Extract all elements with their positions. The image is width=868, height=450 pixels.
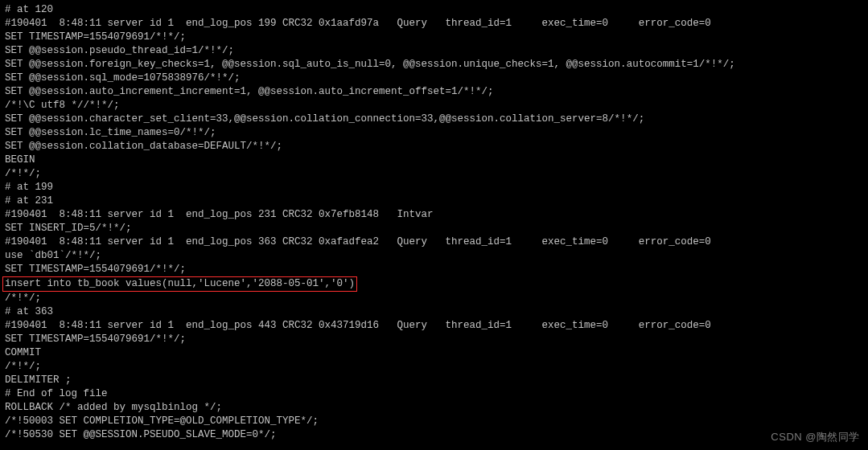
log-line: SET @@session.pseudo_thread_id=1/*!*/; <box>5 44 863 58</box>
terminal-output: # at 120#190401 8:48:11 server id 1 end_… <box>0 0 868 445</box>
highlight-box: insert into tb_book values(null,'Lucene'… <box>2 276 357 292</box>
log-line: /*!50003 SET COMPLETION_TYPE=@OLD_COMPLE… <box>5 415 863 428</box>
log-line: /*!*/; <box>5 360 863 374</box>
log-line: BEGIN <box>5 153 863 167</box>
log-line: /*!\C utf8 *//*!*/; <box>5 99 863 112</box>
log-line: SET @@session.foreign_key_checks=1, @@se… <box>5 58 863 72</box>
log-line: use `db01`/*!*/; <box>5 249 863 263</box>
log-line: # at 199 <box>5 181 863 194</box>
log-line: SET INSERT_ID=5/*!*/; <box>5 222 863 235</box>
log-line: SET @@session.collation_database=DEFAULT… <box>5 140 863 153</box>
log-line: DELIMITER ; <box>5 374 863 387</box>
log-line: #190401 8:48:11 server id 1 end_log_pos … <box>5 208 863 222</box>
log-line: SET @@session.sql_mode=1075838976/*!*/; <box>5 72 863 85</box>
log-line: SET TIMESTAMP=1554079691/*!*/; <box>5 263 863 276</box>
log-line: SET @@session.auto_increment_increment=1… <box>5 85 863 99</box>
log-line: /*!*/; <box>5 292 863 305</box>
log-line: # at 120 <box>5 3 863 17</box>
log-line: ROLLBACK /* added by mysqlbinlog */; <box>5 401 863 415</box>
log-line: SET TIMESTAMP=1554079691/*!*/; <box>5 333 863 346</box>
log-line: SET @@session.character_set_client=33,@@… <box>5 112 863 126</box>
log-line: #190401 8:48:11 server id 1 end_log_pos … <box>5 17 863 31</box>
log-line: #190401 8:48:11 server id 1 end_log_pos … <box>5 319 863 333</box>
log-line-highlighted: insert into tb_book values(null,'Lucene'… <box>5 276 863 292</box>
log-line: #190401 8:48:11 server id 1 end_log_pos … <box>5 235 863 249</box>
log-line: /*!*/; <box>5 167 863 181</box>
log-line: SET @@session.lc_time_names=0/*!*/; <box>5 126 863 140</box>
log-line: # End of log file <box>5 387 863 401</box>
log-line: COMMIT <box>5 346 863 360</box>
log-line: # at 363 <box>5 305 863 319</box>
log-line: SET TIMESTAMP=1554079691/*!*/; <box>5 31 863 44</box>
log-line: /*!50530 SET @@SESSION.PSEUDO_SLAVE_MODE… <box>5 428 863 442</box>
log-line: # at 231 <box>5 194 863 208</box>
